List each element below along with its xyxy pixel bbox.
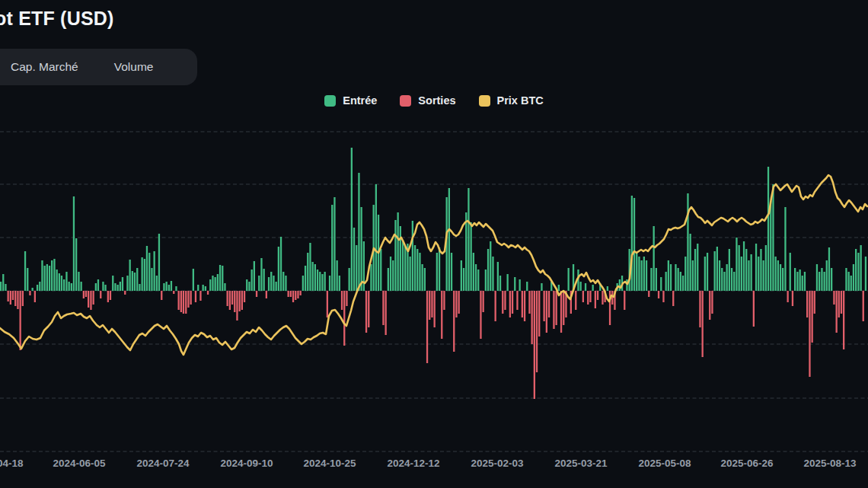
outflow-bar[interactable]	[368, 291, 369, 327]
inflow-bar[interactable]	[166, 282, 168, 291]
outflow-bar[interactable]	[836, 291, 838, 333]
inflow-bar[interactable]	[607, 286, 608, 291]
outflow-bar[interactable]	[85, 291, 87, 297]
inflow-bar[interactable]	[69, 282, 70, 291]
outflow-bar[interactable]	[434, 291, 436, 327]
outflow-bar[interactable]	[753, 291, 755, 327]
inflow-bar[interactable]	[767, 167, 769, 291]
inflow-bar[interactable]	[741, 257, 742, 291]
outflow-bar[interactable]	[589, 291, 591, 302]
inflow-bar[interactable]	[312, 262, 314, 291]
outflow-bar[interactable]	[458, 291, 460, 314]
outflow-bar[interactable]	[10, 291, 11, 305]
inflow-bar[interactable]	[665, 272, 667, 291]
outflow-bar[interactable]	[841, 291, 842, 314]
outflow-bar[interactable]	[231, 291, 233, 305]
outflow-bar[interactable]	[244, 291, 245, 302]
outflow-bar[interactable]	[365, 291, 367, 333]
outflow-bar[interactable]	[443, 291, 445, 310]
inflow-bar[interactable]	[585, 283, 586, 291]
inflow-bar[interactable]	[729, 249, 730, 291]
outflow-bar[interactable]	[20, 291, 21, 350]
inflow-bar[interactable]	[248, 282, 250, 291]
inflow-bar[interactable]	[619, 279, 621, 291]
inflow-bar[interactable]	[477, 270, 479, 291]
inflow-bar[interactable]	[675, 264, 676, 291]
outflow-bar[interactable]	[190, 291, 192, 305]
inflow-bar[interactable]	[826, 260, 828, 291]
outflow-bar[interactable]	[587, 291, 589, 305]
outflow-bar[interactable]	[327, 291, 328, 317]
outflow-bar[interactable]	[504, 291, 506, 310]
inflow-bar[interactable]	[650, 268, 652, 291]
outflow-bar[interactable]	[662, 291, 664, 302]
inflow-bar[interactable]	[375, 184, 377, 291]
outflow-bar[interactable]	[624, 291, 625, 310]
outflow-bar[interactable]	[385, 291, 387, 335]
outflow-bar[interactable]	[227, 291, 228, 306]
inflow-bar[interactable]	[755, 244, 757, 291]
outflow-bar[interactable]	[672, 291, 674, 306]
inflow-bar[interactable]	[212, 276, 213, 291]
inflow-bar[interactable]	[163, 283, 164, 291]
outflow-bar[interactable]	[100, 291, 101, 298]
inflow-bar[interactable]	[273, 276, 274, 291]
inflow-bar[interactable]	[831, 268, 832, 291]
outflow-bar[interactable]	[236, 291, 238, 321]
outflow-bar[interactable]	[29, 291, 30, 295]
outflow-bar[interactable]	[602, 291, 603, 305]
inflow-bar[interactable]	[148, 253, 150, 291]
outflow-bar[interactable]	[88, 291, 89, 308]
outflow-bar[interactable]	[563, 291, 564, 325]
outflow-bar[interactable]	[553, 291, 554, 329]
outflow-bar[interactable]	[575, 291, 576, 310]
inflow-bar[interactable]	[217, 274, 219, 291]
inflow-bar[interactable]	[251, 270, 253, 291]
outflow-bar[interactable]	[528, 291, 530, 314]
outflow-bar[interactable]	[124, 291, 126, 295]
inflow-bar[interactable]	[770, 201, 771, 291]
inflow-bar[interactable]	[144, 259, 145, 291]
inflow-bar[interactable]	[0, 282, 2, 291]
outflow-bar[interactable]	[90, 291, 91, 310]
inflow-bar[interactable]	[790, 253, 791, 291]
inflow-bar[interactable]	[745, 249, 747, 291]
inflow-bar[interactable]	[804, 272, 806, 291]
inflow-bar[interactable]	[765, 245, 767, 291]
outflow-bar[interactable]	[833, 291, 834, 305]
inflow-bar[interactable]	[282, 272, 284, 291]
outflow-bar[interactable]	[295, 291, 296, 300]
inflow-bar[interactable]	[56, 270, 58, 291]
inflow-bar[interactable]	[763, 260, 764, 291]
outflow-bar[interactable]	[512, 291, 513, 314]
outflow-bar[interactable]	[14, 291, 16, 306]
inflow-bar[interactable]	[468, 188, 469, 291]
inflow-bar[interactable]	[114, 283, 116, 291]
inflow-bar[interactable]	[158, 234, 160, 291]
inflow-bar[interactable]	[782, 268, 783, 291]
outflow-bar[interactable]	[173, 291, 174, 294]
inflow-bar[interactable]	[321, 274, 323, 291]
inflow-bar[interactable]	[37, 285, 38, 291]
inflow-bar[interactable]	[139, 284, 140, 291]
inflow-bar[interactable]	[270, 272, 272, 291]
inflow-bar[interactable]	[794, 268, 796, 291]
inflow-bar[interactable]	[799, 270, 801, 291]
inflow-bar[interactable]	[463, 268, 464, 291]
outflow-bar[interactable]	[556, 291, 557, 325]
outflow-bar[interactable]	[187, 291, 189, 308]
inflow-bar[interactable]	[314, 264, 316, 291]
inflow-bar[interactable]	[726, 264, 728, 291]
outflow-bar[interactable]	[806, 291, 808, 317]
inflow-bar[interactable]	[685, 257, 686, 291]
inflow-bar[interactable]	[351, 148, 353, 291]
inflow-bar[interactable]	[541, 283, 542, 291]
inflow-bar[interactable]	[46, 264, 48, 291]
inflow-bar[interactable]	[380, 249, 381, 291]
inflow-bar[interactable]	[473, 253, 474, 291]
inflow-bar[interactable]	[81, 282, 82, 291]
inflow-bar[interactable]	[142, 257, 143, 291]
inflow-bar[interactable]	[356, 245, 357, 291]
inflow-bar[interactable]	[439, 247, 440, 291]
inflow-bar[interactable]	[132, 271, 133, 291]
